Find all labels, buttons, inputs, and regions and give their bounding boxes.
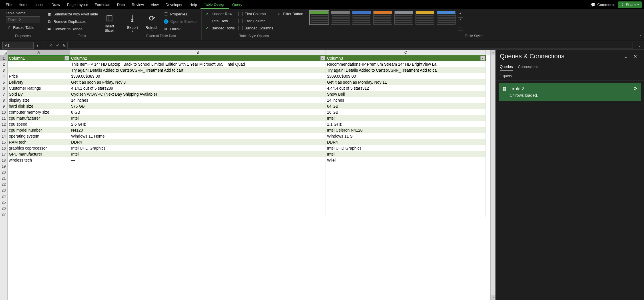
table-cell[interactable] — [326, 211, 486, 217]
table-cell[interactable]: 14 inches — [326, 97, 486, 103]
table-cell[interactable]: 1.1 GHz — [326, 121, 486, 127]
table-cell[interactable]: Windows 11 S — [326, 133, 486, 139]
table-cell[interactable] — [8, 199, 70, 205]
table-cell[interactable] — [70, 199, 326, 205]
table-cell[interactable] — [326, 181, 486, 187]
table-cell[interactable]: RecommendationsHP Premium Stream 14" HD … — [326, 61, 486, 67]
menu-home[interactable]: Home — [15, 1, 32, 9]
table-cell[interactable] — [8, 163, 70, 169]
table-cell[interactable]: DDR4 — [326, 139, 486, 145]
row-header[interactable]: 11 — [0, 115, 7, 121]
pane-chevron-icon[interactable]: ⌄ — [621, 54, 631, 59]
spreadsheet[interactable]: ABC 123456789101112131415161718192021222… — [0, 50, 495, 300]
resize-table-button[interactable]: ⤢ Resize Table — [6, 24, 40, 31]
unlink-button[interactable]: ⧉ Unlink — [163, 26, 198, 32]
menu-data[interactable]: Data — [114, 1, 128, 9]
table-style-thumb[interactable] — [352, 11, 371, 25]
gallery-scroll[interactable]: ▴ ▾ ⎯ — [458, 11, 463, 31]
row-header[interactable]: 1 — [0, 55, 7, 61]
table-cell[interactable]: — — [70, 157, 326, 163]
table-cell[interactable]: graphics coprocessor — [8, 145, 70, 151]
table-cell[interactable] — [326, 199, 486, 205]
formula-expand-icon[interactable]: ⌄ — [635, 43, 644, 48]
table-cell[interactable]: Get it as soon as Monday, Nov 11 — [326, 79, 486, 85]
table-cell[interactable] — [8, 211, 70, 217]
column-header[interactable]: C — [326, 50, 486, 55]
table-cell[interactable] — [70, 163, 326, 169]
table-cell[interactable]: 2.6 GHz — [70, 121, 326, 127]
table-cell[interactable]: Windows 11 Home — [70, 133, 326, 139]
menu-formulas[interactable]: Formulas — [91, 1, 114, 9]
table-cell[interactable] — [326, 175, 486, 181]
gallery-more-icon[interactable]: ⎯ — [458, 24, 463, 31]
table-cell[interactable]: Intel — [70, 151, 326, 157]
menu-file[interactable]: File — [2, 1, 15, 9]
table-style-thumb[interactable] — [437, 11, 456, 25]
table-cell[interactable]: 4.14.1 out of 5 stars289 — [70, 85, 326, 91]
table-cell[interactable] — [70, 211, 326, 217]
table-cell[interactable] — [8, 193, 70, 199]
query-refresh-icon[interactable]: ⟳ — [634, 86, 637, 91]
gallery-down-icon[interactable]: ▾ — [458, 18, 463, 24]
table-cell[interactable]: RAM tech — [8, 139, 70, 145]
row-header[interactable]: 20 — [0, 169, 7, 175]
table-style-thumb[interactable] — [394, 11, 413, 25]
share-button[interactable]: ⇪ Share ▾ — [618, 1, 642, 8]
table-cell[interactable]: Oydisen WOWPC (Next Day Shipping Availab… — [70, 91, 326, 97]
table-cell[interactable]: Try again! Details Added to CartspCSRF_T… — [326, 67, 486, 73]
table-cell[interactable]: $309.00$309.00 — [326, 73, 486, 79]
check-last-column[interactable]: Last Column — [238, 18, 274, 24]
check-banded-rows[interactable]: Banded Rows — [204, 25, 235, 31]
fx-icon[interactable]: fx — [61, 43, 67, 48]
row-header[interactable]: 6 — [0, 85, 7, 91]
table-cell[interactable]: wireless tech — [8, 157, 70, 163]
cancel-formula-icon[interactable]: ✕ — [47, 43, 54, 48]
check-filter-button[interactable]: Filter Button — [276, 11, 304, 17]
check-header-row[interactable]: Header Row — [204, 11, 235, 17]
table-cell[interactable]: operating system — [8, 133, 70, 139]
refresh-button[interactable]: ⟳ Refresh ▾ — [143, 11, 161, 33]
row-header[interactable]: 22 — [0, 181, 7, 187]
accept-formula-icon[interactable]: ✔ — [54, 43, 61, 48]
filter-dropdown-icon[interactable]: ▾ — [480, 56, 485, 61]
gallery-up-icon[interactable]: ▴ — [458, 11, 463, 18]
menu-page-layout[interactable]: Page Layout — [64, 1, 91, 9]
table-cell[interactable]: Wi-Fi — [326, 157, 486, 163]
table-name-input[interactable] — [6, 16, 40, 23]
table-cell[interactable] — [326, 163, 486, 169]
table-cell[interactable]: Intel Celeron N4120 — [326, 127, 486, 133]
table-cell[interactable]: 64 GB — [326, 103, 486, 109]
row-header[interactable]: 14 — [0, 133, 7, 139]
namebox-dropdown-icon[interactable]: ▾ — [35, 43, 40, 48]
table-cell[interactable]: Intel UHD Graphics — [70, 145, 326, 151]
table-cell[interactable] — [70, 175, 326, 181]
check-total-row[interactable]: Total Row — [204, 18, 235, 24]
menu-developer[interactable]: Developer — [162, 1, 186, 9]
export-button[interactable]: ⭳ Export ▾ — [124, 11, 141, 33]
menu-draw[interactable]: Draw — [48, 1, 63, 9]
filter-dropdown-icon[interactable]: ▾ — [65, 56, 69, 61]
filter-dropdown-icon[interactable]: ▾ — [320, 56, 325, 61]
table-style-thumb[interactable] — [310, 11, 329, 25]
column-header[interactable]: B — [70, 50, 326, 55]
row-header[interactable]: 2 — [0, 61, 7, 67]
table-cell[interactable]: Sold By — [8, 91, 70, 97]
row-header[interactable]: 7 — [0, 91, 7, 97]
table-cell[interactable] — [326, 187, 486, 193]
menu-query[interactable]: Query — [229, 1, 246, 9]
row-header[interactable]: 9 — [0, 103, 7, 109]
row-header[interactable]: 15 — [0, 139, 7, 145]
row-header[interactable]: 21 — [0, 175, 7, 181]
remove-duplicates-button[interactable]: ⧉ Remove Duplicates — [46, 18, 99, 25]
table-cell[interactable]: display size — [8, 97, 70, 103]
table-cell[interactable]: hard disk size — [8, 103, 70, 109]
tab-queries[interactable]: Queries — [500, 63, 513, 71]
pane-close-icon[interactable]: ✕ — [631, 54, 640, 59]
table-cell[interactable]: Get it as soon as Friday, Nov 8 — [70, 79, 326, 85]
table-cell[interactable]: 8 GB — [70, 109, 326, 115]
query-item[interactable]: ▦ Table 2 ⟳ 17 rows loaded. — [499, 83, 641, 101]
table-cell[interactable] — [8, 205, 70, 211]
table-cell[interactable] — [70, 205, 326, 211]
formula-input[interactable] — [67, 42, 633, 49]
vertical-scrollbar[interactable]: ▴ ▾ — [490, 50, 495, 300]
